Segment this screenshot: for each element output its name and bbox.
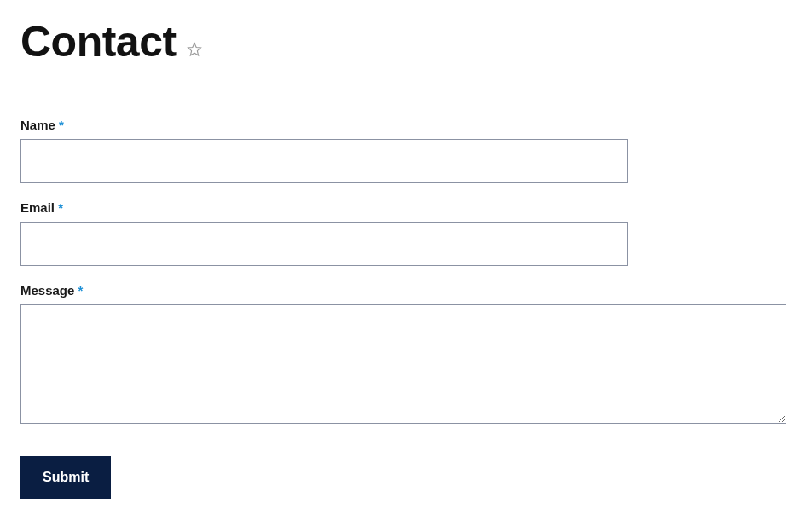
svg-marker-0 [188, 43, 200, 56]
required-asterisk: * [59, 118, 64, 132]
message-field: Message * [20, 283, 786, 427]
required-asterisk: * [78, 283, 84, 298]
star-icon[interactable] [187, 42, 202, 57]
message-input[interactable] [20, 304, 786, 424]
contact-form: Name * Email * Message * Submit [20, 118, 786, 499]
name-label-text: Name [20, 118, 55, 132]
name-field: Name * [20, 118, 786, 183]
email-input[interactable] [20, 222, 628, 266]
required-asterisk: * [58, 200, 63, 215]
page-header: Contact [20, 17, 786, 66]
email-label-text: Email [20, 200, 55, 215]
email-field: Email * [20, 200, 786, 266]
name-input[interactable] [20, 139, 628, 183]
page-title: Contact [20, 17, 177, 66]
name-label: Name * [20, 118, 786, 132]
email-label: Email * [20, 200, 786, 215]
message-label: Message * [20, 283, 786, 298]
message-label-text: Message [20, 283, 74, 298]
submit-button[interactable]: Submit [20, 456, 111, 499]
